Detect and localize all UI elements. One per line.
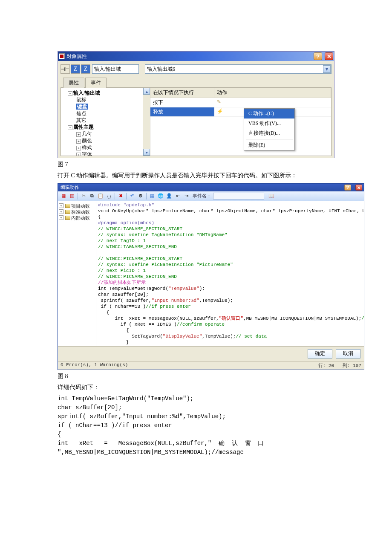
collapse-icon[interactable]: −: [68, 91, 72, 96]
status-errors: 0 Error(s), 1 Warning(s): [61, 362, 310, 369]
user-icon[interactable]: 👤: [165, 192, 173, 200]
scroll-up-icon[interactable]: ▴: [143, 88, 150, 95]
style-button-2[interactable]: Z: [81, 64, 90, 74]
copy-icon[interactable]: ⧉: [88, 192, 96, 200]
ts-btn-6[interactable]: {}: [105, 192, 113, 200]
status-line: 行: 20: [318, 362, 334, 369]
tab-attributes[interactable]: 属性: [63, 78, 84, 88]
edit-action-dialog: 编辑动作 ? ✕ ▦ ▥ ✂ ⧉ 📋 {} ✖ ↶ ⚙ ▦ 🌐 👤 ⇤ ⇥ 事件…: [58, 183, 364, 370]
expand-intern-icon[interactable]: +: [59, 215, 63, 220]
dlg1-titlebar: 对象属性 ? ✕: [58, 52, 334, 61]
menu-c-action[interactable]: C 动作...(C): [244, 109, 294, 119]
import-icon[interactable]: ⇤: [174, 192, 182, 200]
event-tree[interactable]: −输入/输出域 鼠标 键盘 焦点 其它 −属性主题 +几何 +颜色 +样式 +字…: [61, 88, 150, 156]
grid-cell-press: 按下: [150, 98, 214, 107]
dlg2-close-button[interactable]: ✕: [355, 185, 362, 191]
tree-color[interactable]: 颜色: [82, 138, 92, 144]
expand-icon-2[interactable]: +: [76, 139, 81, 144]
code-editor[interactable]: #include "apdefap.h" void OnKeyUp(char* …: [96, 201, 364, 346]
figure7-caption: 图 7: [58, 160, 334, 169]
event-name-field[interactable]: [213, 193, 264, 199]
tree-internal-fn[interactable]: 内部函数: [71, 215, 90, 221]
ts-btn-2[interactable]: ▥: [68, 192, 76, 200]
tree-mouse[interactable]: 鼠标: [76, 97, 86, 103]
expand-std-icon[interactable]: +: [59, 209, 63, 214]
help-button[interactable]: ?: [314, 52, 322, 60]
ts-btn-book-icon[interactable]: 📖: [268, 192, 275, 200]
scroll-down-icon[interactable]: ▾: [143, 149, 150, 156]
expand-proj-icon[interactable]: +: [59, 203, 63, 208]
menu-vbs-action[interactable]: VBS 动作(V)...: [244, 119, 294, 128]
paste-icon[interactable]: 📋: [97, 192, 104, 200]
dlg2-title: 编辑动作: [61, 184, 79, 191]
chevron-down-icon[interactable]: ▾: [323, 65, 331, 73]
style-button-1[interactable]: Z: [71, 64, 80, 74]
folder-icon: [65, 210, 70, 214]
object-type-combo[interactable]: 输入/输出域: [92, 64, 139, 74]
expand-icon-4[interactable]: +: [76, 153, 81, 156]
figure8-caption: 图 8: [58, 372, 334, 381]
pencil-icon: ✎: [217, 99, 221, 105]
tree-geom[interactable]: 几何: [82, 131, 92, 137]
delete-icon[interactable]: ✖: [117, 192, 124, 200]
collapse-icon-2[interactable]: −: [68, 125, 72, 130]
dlg1-app-icon: [59, 53, 65, 59]
grid-header-action: 动作: [214, 88, 331, 98]
status-col: 列: 107: [343, 362, 361, 369]
dlg2-statusbar: 0 Error(s), 1 Warning(s) 行: 20 列: 107: [58, 361, 364, 370]
dlg2-help-button[interactable]: ?: [344, 185, 351, 191]
menu-delete[interactable]: 删除(E): [244, 140, 294, 150]
tree-root[interactable]: 输入/输出域: [73, 90, 100, 96]
dlg1-tabs: 属性 事件: [61, 77, 331, 88]
tree-focus[interactable]: 焦点: [76, 110, 86, 116]
expand-icon-1[interactable]: +: [76, 132, 81, 137]
paragraph-2: 详细代码如下：: [58, 383, 334, 392]
event-grid: 在以下情况下执行 动作 按下 ✎ 释放 ⚡: [150, 88, 331, 156]
tree-scrollbar[interactable]: ▴ ▾: [143, 88, 150, 156]
tree-standard-fn[interactable]: 标准函数: [71, 209, 90, 215]
ts-btn-9[interactable]: ⚙: [137, 192, 144, 200]
cut-icon[interactable]: ✂: [80, 192, 87, 200]
folder-icon: [65, 204, 70, 208]
ok-button[interactable]: 确定: [308, 349, 332, 358]
tree-project-fn[interactable]: 项目函数: [71, 203, 90, 209]
compile-icon[interactable]: ▦: [148, 192, 156, 200]
tree-keyboard[interactable]: 键盘: [76, 104, 88, 110]
tree-font[interactable]: 字体: [82, 151, 92, 156]
grid-row-release[interactable]: 释放 ⚡: [150, 107, 331, 117]
cancel-button[interactable]: 取消: [336, 349, 360, 358]
paragraph-1: 打开 C 动作编辑器。编写用于判断操作人员是否输入完毕并按下回车的代码。如下图所…: [58, 171, 334, 180]
object-properties-dialog: 对象属性 ? ✕ ⊣⊢ Z Z 输入/输出域 输入输出域6 ▾ 属性 事件: [58, 51, 334, 158]
thunder-icon: ⚡: [217, 108, 223, 114]
tree-other[interactable]: 其它: [76, 117, 86, 123]
object-type-value: 输入/输出域: [94, 66, 121, 73]
object-instance-combo[interactable]: 输入输出域6 ▾: [145, 64, 331, 74]
object-instance-value: 输入输出域6: [147, 66, 175, 73]
undo-icon[interactable]: ↶: [128, 192, 136, 200]
dlg2-toolstrip: ▦ ▥ ✂ ⧉ 📋 {} ✖ ↶ ⚙ ▦ 🌐 👤 ⇤ ⇥ 事件名： 📖: [58, 191, 364, 201]
event-name-label: 事件名：: [193, 193, 211, 199]
function-tree[interactable]: +项目函数 +标准函数 +内部函数: [58, 201, 96, 346]
dlg2-titlebar: 编辑动作 ? ✕: [58, 184, 364, 191]
dlg1-toolbar: ⊣⊢ Z Z 输入/输出域 输入输出域6 ▾: [61, 64, 331, 76]
folder-icon: [65, 216, 70, 220]
dlg2-button-bar: 确定 取消: [58, 346, 364, 361]
expand-icon-3[interactable]: +: [76, 146, 81, 150]
pin-button[interactable]: ⊣⊢: [61, 64, 70, 74]
menu-direct-connect[interactable]: 直接连接(D)...: [244, 128, 294, 138]
globe-icon[interactable]: 🌐: [157, 192, 164, 200]
context-menu: C 动作...(C) VBS 动作(V)... 直接连接(D)... 删除(E): [244, 108, 295, 150]
grid-header-condition: 在以下情况下执行: [150, 88, 214, 98]
close-button[interactable]: ✕: [325, 52, 333, 60]
dlg1-title: 对象属性: [66, 53, 87, 60]
ts-btn-1[interactable]: ▦: [60, 192, 67, 200]
grid-cell-release: 释放: [150, 107, 214, 116]
tree-theme[interactable]: 属性主题: [73, 124, 94, 130]
code-listing: int TempValue=GetTagWord("TempValue"); c…: [58, 394, 334, 457]
export-icon[interactable]: ⇥: [182, 192, 190, 200]
tree-style[interactable]: 样式: [82, 145, 92, 150]
grid-row-press[interactable]: 按下 ✎: [150, 98, 331, 107]
tab-events[interactable]: 事件: [85, 78, 107, 88]
